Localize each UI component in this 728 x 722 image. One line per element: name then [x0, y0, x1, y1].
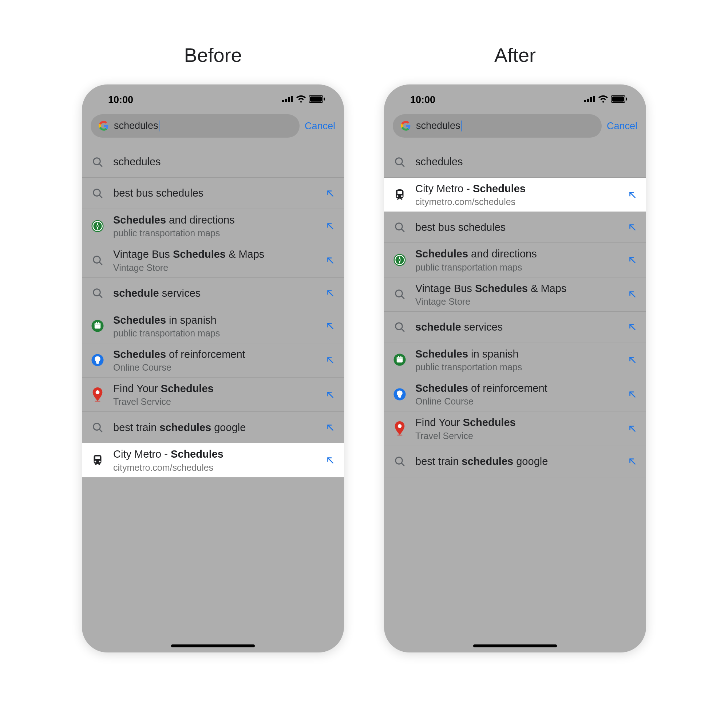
search-input[interactable]: schedules [393, 114, 602, 138]
svg-line-28 [328, 324, 333, 329]
phone-after: 10:00 schedules Cancel [384, 84, 646, 652]
suggestion-subtitle: Vintage Store [113, 263, 321, 273]
insert-arrow-icon[interactable] [627, 289, 637, 299]
insert-arrow-icon[interactable] [627, 322, 637, 332]
suggestion-row[interactable]: best train schedules google [384, 446, 646, 477]
compass-icon [89, 220, 106, 233]
wifi-icon [296, 95, 306, 104]
svg-rect-42 [593, 96, 595, 102]
svg-line-47 [401, 164, 404, 167]
insert-arrow-icon[interactable] [325, 188, 335, 198]
cancel-button[interactable]: Cancel [305, 121, 335, 132]
train-icon [89, 454, 106, 467]
svg-point-55 [399, 259, 401, 261]
search-query: schedules [114, 120, 159, 132]
google-g-icon [401, 121, 411, 131]
cancel-button[interactable]: Cancel [607, 121, 637, 132]
suggestion-row[interactable]: Schedules of reinforcementOnline Course [384, 377, 646, 411]
suggestion-title: best train schedules google [415, 455, 624, 468]
suggestion-row[interactable]: City Metro - Schedulescitymetro.com/sche… [82, 443, 344, 477]
suggestion-row[interactable]: schedules [82, 146, 344, 178]
compass-icon [391, 253, 408, 266]
svg-line-8 [99, 164, 102, 167]
insert-arrow-icon[interactable] [325, 321, 335, 330]
insert-arrow-icon[interactable] [627, 255, 637, 265]
suggestion-title: best bus schedules [113, 187, 321, 199]
suggestion-row[interactable]: schedule services [82, 278, 344, 309]
insert-arrow-icon[interactable] [627, 457, 637, 466]
suggestion-row[interactable]: schedule services [384, 312, 646, 343]
svg-line-62 [630, 325, 635, 330]
search-icon [391, 321, 408, 333]
suggestion-row[interactable]: City Metro - Schedulescitymetro.com/sche… [384, 178, 646, 211]
svg-rect-6 [324, 98, 325, 101]
suggestion-row[interactable]: Vintage Bus Schedules & MapsVintage Stor… [384, 277, 646, 312]
battery-icon [611, 95, 627, 104]
insert-arrow-icon[interactable] [325, 456, 335, 465]
suggestion-row[interactable]: Schedules and directionspublic transport… [82, 209, 344, 243]
svg-line-34 [328, 392, 333, 397]
suggestion-row[interactable]: best train schedules google [82, 412, 344, 443]
suggestion-body: Vintage Bus Schedules & MapsVintage Stor… [415, 282, 624, 307]
insert-arrow-icon[interactable] [325, 423, 335, 432]
suggestion-title: Schedules in spanish [113, 314, 321, 327]
suggestion-row[interactable]: best bus schedules [82, 178, 344, 209]
search-icon [89, 188, 106, 199]
svg-rect-67 [401, 356, 401, 358]
suggestion-title: City Metro - Schedules [415, 182, 624, 195]
suggestion-row[interactable]: Vintage Bus Schedules & MapsVintage Stor… [82, 243, 344, 277]
insert-arrow-icon[interactable] [627, 190, 637, 199]
suggestion-subtitle: public transportation maps [415, 262, 624, 273]
suggestion-title: schedules [113, 155, 335, 168]
suggestion-row[interactable]: Schedules and directionspublic transport… [384, 243, 646, 277]
status-bar: 10:00 [82, 87, 344, 112]
svg-rect-3 [291, 96, 293, 102]
calendar-icon [89, 319, 106, 332]
suggestion-body: schedule services [113, 286, 321, 300]
search-icon [391, 221, 408, 233]
suggestion-title: Schedules and directions [415, 247, 624, 260]
suggestion-title: Schedules of reinforcement [415, 382, 624, 395]
suggestion-body: schedule services [415, 320, 624, 333]
suggestion-body: City Metro - Schedulescitymetro.com/sche… [415, 182, 624, 207]
insert-arrow-icon[interactable] [627, 222, 637, 232]
suggestion-title: schedule services [415, 320, 624, 333]
suggestion-body: Vintage Bus Schedules & MapsVintage Stor… [113, 248, 321, 273]
suggestion-body: Schedules and directionspublic transport… [113, 213, 321, 239]
suggestion-body: best train schedules google [415, 455, 624, 468]
suggestion-body: Schedules of reinforcementOnline Course [415, 382, 624, 407]
bulb-icon [89, 353, 106, 367]
insert-arrow-icon[interactable] [325, 288, 335, 298]
suggestion-body: Schedules in spanishpublic transportatio… [113, 314, 321, 339]
svg-rect-0 [282, 100, 284, 102]
suggestion-row[interactable]: Find Your SchedulesTravel Service [384, 411, 646, 446]
insert-arrow-icon[interactable] [325, 221, 335, 231]
suggestion-row[interactable]: Schedules in spanishpublic transportatio… [82, 309, 344, 343]
suggestion-row[interactable]: best bus schedules [384, 211, 646, 243]
search-icon [89, 422, 106, 433]
insert-arrow-icon[interactable] [325, 355, 335, 365]
suggestion-body: best train schedules google [113, 421, 321, 434]
home-indicator [473, 644, 557, 647]
search-input[interactable]: schedules [91, 114, 300, 138]
insert-arrow-icon[interactable] [325, 255, 335, 265]
insert-arrow-icon[interactable] [627, 390, 637, 399]
insert-arrow-icon[interactable] [627, 355, 637, 364]
suggestion-row[interactable]: schedules [384, 146, 646, 178]
suggestion-title: Vintage Bus Schedules & Maps [415, 282, 624, 295]
signal-icon [282, 96, 293, 104]
suggestion-title: City Metro - Schedules [113, 447, 321, 460]
svg-rect-70 [399, 397, 401, 398]
svg-rect-45 [626, 98, 627, 101]
svg-line-38 [328, 458, 333, 463]
suggestion-row[interactable]: Find Your SchedulesTravel Service [82, 378, 344, 412]
insert-arrow-icon[interactable] [325, 390, 335, 399]
suggestion-row[interactable]: Schedules in spanishpublic transportatio… [384, 343, 646, 377]
suggestion-subtitle: Travel Service [415, 431, 624, 441]
insert-arrow-icon[interactable] [627, 424, 637, 433]
svg-rect-44 [612, 96, 624, 102]
svg-line-59 [630, 292, 635, 297]
suggestion-body: Schedules in spanishpublic transportatio… [415, 347, 624, 372]
svg-rect-26 [96, 322, 97, 324]
suggestion-row[interactable]: Schedules of reinforcementOnline Course [82, 343, 344, 378]
